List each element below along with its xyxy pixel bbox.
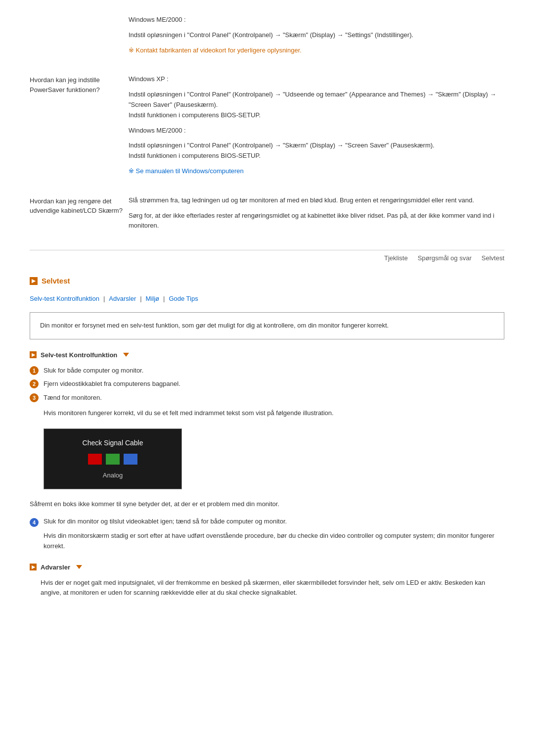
after-box-note: Såfremt en boks ikke kommer til syne bet… (30, 499, 504, 510)
triangle-icon (123, 353, 129, 357)
page-container: Windows ME/2000 : Indstil opløsningen i … (0, 0, 534, 628)
faq-question-3: Hvordan kan jeg rengøre det udvendige ka… (30, 195, 129, 236)
advarsler-triangle (76, 565, 82, 569)
kontrolfunktion-icon: ▶ (30, 351, 37, 358)
step-3-num: 3 (30, 393, 39, 402)
advarsler-text: Hvis der er noget galt med inputsignalet… (41, 578, 504, 599)
faq-section: Windows ME/2000 : Indstil opløsningen i … (30, 15, 504, 236)
faq-answer-3: Slå strømmen fra, tag ledningen ud og tø… (129, 195, 504, 236)
section-icon: ▶ (30, 277, 38, 285)
faq-row-1: Windows ME/2000 : Indstil opløsningen i … (30, 15, 504, 60)
kontrolfunktion-section: ▶ Selv-test Kontrolfunktion 1 Sluk for b… (30, 351, 504, 552)
step-3-text: Tænd for monitoren. (44, 393, 102, 403)
faq-answer-2: Windows XP : Indstil opløsningen i "Cont… (129, 74, 504, 181)
color-block-blue (124, 454, 137, 465)
step-1: 1 Sluk for både computer og monitor. (30, 366, 504, 376)
faq-row-2: Hvordan kan jeg indstille PowerSaver fun… (30, 74, 504, 181)
color-block-red (88, 454, 102, 465)
faq-answer-2-p1: Windows XP : (129, 74, 504, 85)
faq-answer-1-highlight: ※ Kontakt fabrikanten af videokort for y… (129, 46, 504, 56)
section-title: Selvtest (42, 277, 70, 285)
section-header: ▶ Selvtest (30, 277, 504, 285)
nav-selvtest[interactable]: Selvtest (482, 254, 504, 262)
kontrolfunktion-title: Selv-test Kontrolfunktion (41, 351, 117, 359)
step-2-text: Fjern videostikkablet fra computerens ba… (44, 379, 180, 389)
sub-nav-miljo[interactable]: Miljø (146, 295, 159, 302)
step3-note: Hvis monitoren fungerer korrekt, vil du … (44, 408, 504, 419)
faq-question-2: Hvordan kan jeg indstille PowerSaver fun… (30, 74, 129, 181)
selvtest-section: ▶ Selvtest Selv-test Kontrolfunktion | A… (30, 277, 504, 598)
color-block-green (106, 454, 120, 465)
faq-answer-1-p1: Windows ME/2000 : (129, 15, 504, 25)
faq-answer-2-highlight: ※ Se manualen til Windows/computeren (129, 166, 504, 177)
nav-bar: Tjekliste Spørgsmål og svar Selvtest (30, 250, 504, 262)
faq-answer-1-p2: Indstil opløsningen i "Control Panel" (K… (129, 30, 504, 41)
signal-box-subtitle: Analog (103, 472, 123, 479)
nav-sporgsmaal[interactable]: Spørgsmål og svar (418, 254, 472, 262)
color-blocks (88, 454, 137, 465)
step4-note: Hvis din monitorskærm stadig er sort eft… (44, 531, 504, 552)
faq-answer-2-p3: Windows ME/2000 : (129, 126, 504, 136)
steps-list: 1 Sluk for både computer og monitor. 2 F… (30, 366, 504, 403)
step-3: 3 Tænd for monitoren. (30, 393, 504, 403)
signal-box-container: Check Signal Cable Analog (44, 428, 504, 489)
nav-tjekliste[interactable]: Tjekliste (384, 254, 408, 262)
step-4-num: 4 (30, 518, 39, 527)
advarsler-header: ▶ Advarsler (30, 564, 504, 571)
faq-question-1 (30, 15, 129, 60)
step-4-text: Sluk for din monitor og tilslut videokab… (44, 518, 287, 525)
sep-2: | (140, 295, 141, 302)
sub-nav-advarsler[interactable]: Advarsler (109, 295, 136, 302)
sub-nav-kontrolfunktion[interactable]: Selv-test Kontrolfunktion (30, 295, 99, 302)
sub-nav: Selv-test Kontrolfunktion | Advarsler | … (30, 295, 504, 302)
sep-3: | (163, 295, 165, 302)
sub-nav-gode-tips[interactable]: Gode Tips (169, 295, 198, 302)
step-2-num: 2 (30, 379, 39, 388)
advarsler-section: ▶ Advarsler Hvis der er noget galt med i… (30, 564, 504, 599)
step-2: 2 Fjern videostikkablet fra computerens … (30, 379, 504, 389)
step-1-text: Sluk for både computer og monitor. (44, 366, 143, 376)
step-4-row: 4 Sluk for din monitor og tilslut videok… (30, 518, 504, 527)
faq-answer-3-p2: Sørg for, at der ikke efterlades rester … (129, 211, 504, 232)
info-box: Din monitor er forsynet med en selv-test… (30, 312, 504, 339)
faq-answer-2-p2: Indstil opløsningen i "Control Panel" (K… (129, 90, 504, 120)
faq-answer-3-p1: Slå strømmen fra, tag ledningen ud og tø… (129, 195, 504, 206)
advarsler-title: Advarsler (41, 564, 70, 571)
faq-answer-2-p4: Indstil opløsningen i "Control Panel" (K… (129, 141, 504, 161)
faq-row-3: Hvordan kan jeg rengøre det udvendige ka… (30, 195, 504, 236)
faq-answer-1: Windows ME/2000 : Indstil opløsningen i … (129, 15, 504, 60)
signal-box: Check Signal Cable Analog (44, 428, 182, 489)
kontrolfunktion-header: ▶ Selv-test Kontrolfunktion (30, 351, 504, 359)
advarsler-icon: ▶ (30, 564, 37, 570)
step-1-num: 1 (30, 366, 39, 375)
sep-1: | (103, 295, 105, 302)
signal-box-title: Check Signal Cable (83, 439, 143, 447)
